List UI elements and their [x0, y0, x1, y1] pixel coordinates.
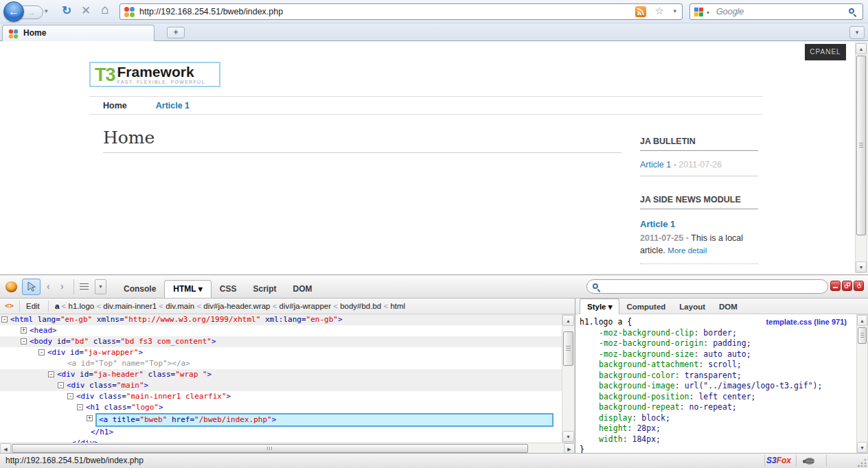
firebug-tab-console[interactable]: Console: [115, 281, 164, 298]
breadcrumb-item[interactable]: h1.logo: [69, 302, 95, 310]
resize-grip[interactable]: [858, 458, 867, 467]
nav-item-home[interactable]: Home: [103, 97, 127, 115]
scroll-down-icon[interactable]: ▼: [562, 431, 574, 442]
refresh-icon[interactable]: ↻: [59, 3, 74, 18]
firebug-search-input[interactable]: [604, 281, 816, 292]
collapse-icon[interactable]: -: [58, 382, 64, 388]
tab-home[interactable]: Home: [2, 25, 155, 41]
firebug-tab-script[interactable]: Script: [245, 281, 285, 298]
html-tree-row[interactable]: -<html lang="en-gb" xmlns="http://www.w3…: [0, 314, 562, 325]
back-button[interactable]: ←: [3, 1, 24, 22]
html-tree-row[interactable]: -<div class="main">: [0, 380, 562, 391]
scroll-down-icon[interactable]: ▼: [856, 261, 867, 272]
breadcrumb-item[interactable]: body#bd.bd: [340, 302, 381, 310]
expand-icon[interactable]: +: [87, 415, 93, 421]
search-box[interactable]: ▾: [689, 3, 863, 20]
html-tree-row[interactable]: </div>: [0, 438, 562, 443]
firebug-minimize-button[interactable]: [830, 281, 841, 291]
scroll-thumb[interactable]: [12, 444, 528, 453]
scroll-right-icon[interactable]: ▶: [564, 443, 575, 454]
list-all-tabs-button[interactable]: ▾: [849, 26, 865, 39]
firebug-tab-css[interactable]: CSS: [212, 281, 245, 298]
search-input[interactable]: [716, 5, 840, 18]
css-property[interactable]: background-repeat: no-repeat;: [580, 402, 856, 413]
firebug-menu-icon[interactable]: [80, 283, 89, 290]
search-engine-dropdown-icon[interactable]: ▾: [707, 10, 709, 16]
collapse-icon[interactable]: -: [77, 404, 83, 410]
css-property[interactable]: -moz-background-clip: border;: [580, 328, 856, 339]
more-detail-link[interactable]: More detail: [667, 246, 707, 255]
html-tree-row[interactable]: -<div class="main-inner1 clearfix">: [0, 391, 562, 402]
html-tree-row[interactable]: </h1>: [0, 427, 562, 438]
scroll-up-icon[interactable]: ▲: [856, 43, 867, 54]
side-tab-style[interactable]: Style ▾: [580, 299, 619, 315]
css-property[interactable]: background-attachment: scroll;: [580, 360, 856, 371]
search-icon[interactable]: [849, 8, 854, 14]
site-logo[interactable]: T3 Framework FAST. FLEXIBLE. POWERFUL.: [89, 62, 220, 87]
inspect-element-button[interactable]: [22, 279, 41, 295]
css-source-link[interactable]: template.css (line 971): [766, 318, 847, 326]
breadcrumb-item[interactable]: html: [390, 302, 405, 310]
html-tree-row[interactable]: +<head>: [0, 325, 562, 336]
firebug-status-icon[interactable]: [805, 458, 814, 465]
breadcrumb-item[interactable]: div.main: [165, 302, 194, 310]
css-property[interactable]: height: 28px;: [580, 423, 856, 434]
bookmark-star-icon[interactable]: ☆: [655, 5, 664, 17]
collapse-icon[interactable]: -: [21, 338, 27, 344]
css-property[interactable]: background-image: url("../images/logo-t3…: [580, 381, 856, 392]
breadcrumb-item[interactable]: div.main-inner1: [103, 302, 157, 310]
tree-horizontal-scrollbar[interactable]: ◀ ▶: [0, 443, 575, 454]
scroll-up-icon[interactable]: ▲: [857, 315, 867, 326]
firebug-dropdown-button[interactable]: ▾: [95, 279, 106, 294]
page-scrollbar[interactable]: ▲ ▼: [855, 43, 867, 273]
sidenews-article-link[interactable]: Article 1: [640, 219, 758, 229]
url-input[interactable]: [139, 5, 613, 19]
firebug-detach-button[interactable]: [842, 281, 852, 291]
collapse-icon[interactable]: -: [1, 316, 8, 323]
html-tree-row[interactable]: -<div id="ja-wrapper">: [0, 347, 562, 358]
scroll-down-icon[interactable]: ▼: [857, 442, 867, 453]
bulletin-article-link[interactable]: Article 1: [640, 160, 671, 169]
history-dropdown-icon[interactable]: ▾: [45, 8, 48, 14]
rss-icon[interactable]: [635, 6, 646, 17]
edit-markup-icon[interactable]: <>: [5, 299, 14, 314]
html-tree-row[interactable]: -<h1 class="logo">: [0, 402, 562, 413]
tree-vertical-scrollbar[interactable]: ▲ ▼: [562, 314, 575, 443]
cpanel-badge[interactable]: CPANEL: [805, 44, 846, 60]
breadcrumb-item[interactable]: div#ja-wrapper: [279, 302, 331, 310]
css-property[interactable]: background-color: transparent;: [580, 371, 856, 382]
new-tab-button[interactable]: +: [167, 27, 185, 38]
collapse-icon[interactable]: -: [67, 393, 73, 399]
side-tab-layout[interactable]: Layout: [672, 300, 712, 314]
css-vertical-scrollbar[interactable]: ▲ ▼: [856, 314, 868, 454]
breadcrumb-item[interactable]: div#ja-header.wrap: [203, 302, 270, 310]
address-bar[interactable]: ☆ ▾: [119, 3, 683, 20]
firebug-close-button[interactable]: [854, 281, 864, 291]
scroll-thumb[interactable]: [856, 56, 866, 235]
firebug-icon[interactable]: [5, 281, 17, 292]
scroll-up-icon[interactable]: ▲: [562, 315, 574, 326]
firebug-search-box[interactable]: [586, 279, 828, 294]
collapse-icon[interactable]: -: [38, 349, 45, 355]
css-property[interactable]: display: block;: [580, 413, 856, 424]
firebug-forward-icon[interactable]: ›: [60, 281, 64, 292]
side-tab-computed[interactable]: Computed: [619, 300, 672, 314]
nav-item-article-1[interactable]: Article 1: [156, 97, 190, 115]
collapse-icon[interactable]: -: [48, 371, 54, 377]
side-tab-dom[interactable]: DOM: [712, 300, 744, 314]
firebug-back-icon[interactable]: ‹: [47, 281, 50, 292]
html-tree-row[interactable]: +<a title="bweb" href="/bweb/index.php">: [0, 413, 562, 427]
edit-button[interactable]: Edit: [26, 299, 40, 314]
css-property[interactable]: -moz-background-size: auto auto;: [580, 349, 856, 360]
scroll-left-icon[interactable]: ◀: [0, 443, 11, 454]
html-tree-row[interactable]: <a id="Top" name="Top"></a>: [0, 358, 562, 369]
scroll-thumb[interactable]: [563, 331, 573, 366]
home-icon[interactable]: ⌂: [98, 2, 113, 17]
s3fox-badge[interactable]: S3Fox: [766, 456, 791, 465]
html-tree-row[interactable]: -<body id="bd" class="bd fs3 com_content…: [0, 336, 562, 347]
stop-icon[interactable]: ✕: [78, 3, 93, 18]
expand-icon[interactable]: +: [21, 327, 27, 334]
firebug-tab-dom[interactable]: DOM: [285, 281, 321, 298]
html-tree-row[interactable]: -<div id="ja-header" class="wrap ">: [0, 369, 562, 380]
firebug-tab-html[interactable]: HTML ▾: [164, 280, 211, 298]
